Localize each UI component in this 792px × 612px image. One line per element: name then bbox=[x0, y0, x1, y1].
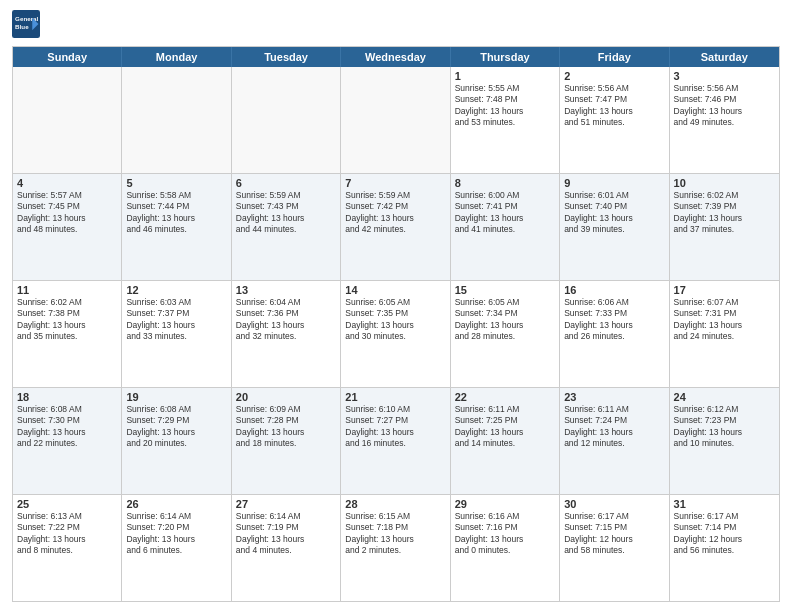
day-info: Sunrise: 6:11 AM Sunset: 7:24 PM Dayligh… bbox=[564, 404, 664, 450]
day-number: 24 bbox=[674, 391, 775, 403]
calendar-day-14: 14Sunrise: 6:05 AM Sunset: 7:35 PM Dayli… bbox=[341, 281, 450, 387]
day-info: Sunrise: 5:55 AM Sunset: 7:48 PM Dayligh… bbox=[455, 83, 555, 129]
day-number: 1 bbox=[455, 70, 555, 82]
calendar-row-2: 11Sunrise: 6:02 AM Sunset: 7:38 PM Dayli… bbox=[13, 280, 779, 387]
page-header: General Blue bbox=[12, 10, 780, 38]
day-number: 27 bbox=[236, 498, 336, 510]
calendar-row-4: 25Sunrise: 6:13 AM Sunset: 7:22 PM Dayli… bbox=[13, 494, 779, 601]
calendar-day-10: 10Sunrise: 6:02 AM Sunset: 7:39 PM Dayli… bbox=[670, 174, 779, 280]
day-info: Sunrise: 6:08 AM Sunset: 7:29 PM Dayligh… bbox=[126, 404, 226, 450]
day-info: Sunrise: 6:13 AM Sunset: 7:22 PM Dayligh… bbox=[17, 511, 117, 557]
calendar-day-2: 2Sunrise: 5:56 AM Sunset: 7:47 PM Daylig… bbox=[560, 67, 669, 173]
logo-icon: General Blue bbox=[12, 10, 40, 38]
day-info: Sunrise: 6:10 AM Sunset: 7:27 PM Dayligh… bbox=[345, 404, 445, 450]
day-info: Sunrise: 5:59 AM Sunset: 7:43 PM Dayligh… bbox=[236, 190, 336, 236]
logo: General Blue bbox=[12, 10, 44, 38]
day-info: Sunrise: 6:04 AM Sunset: 7:36 PM Dayligh… bbox=[236, 297, 336, 343]
day-number: 17 bbox=[674, 284, 775, 296]
header-day-wednesday: Wednesday bbox=[341, 47, 450, 67]
day-number: 9 bbox=[564, 177, 664, 189]
day-info: Sunrise: 6:05 AM Sunset: 7:34 PM Dayligh… bbox=[455, 297, 555, 343]
day-info: Sunrise: 5:58 AM Sunset: 7:44 PM Dayligh… bbox=[126, 190, 226, 236]
day-info: Sunrise: 6:03 AM Sunset: 7:37 PM Dayligh… bbox=[126, 297, 226, 343]
day-number: 26 bbox=[126, 498, 226, 510]
calendar-day-9: 9Sunrise: 6:01 AM Sunset: 7:40 PM Daylig… bbox=[560, 174, 669, 280]
day-number: 14 bbox=[345, 284, 445, 296]
header-day-saturday: Saturday bbox=[670, 47, 779, 67]
calendar-day-29: 29Sunrise: 6:16 AM Sunset: 7:16 PM Dayli… bbox=[451, 495, 560, 601]
header-day-tuesday: Tuesday bbox=[232, 47, 341, 67]
day-number: 15 bbox=[455, 284, 555, 296]
day-info: Sunrise: 6:05 AM Sunset: 7:35 PM Dayligh… bbox=[345, 297, 445, 343]
day-info: Sunrise: 5:56 AM Sunset: 7:47 PM Dayligh… bbox=[564, 83, 664, 129]
calendar-day-13: 13Sunrise: 6:04 AM Sunset: 7:36 PM Dayli… bbox=[232, 281, 341, 387]
header-day-monday: Monday bbox=[122, 47, 231, 67]
calendar-day-5: 5Sunrise: 5:58 AM Sunset: 7:44 PM Daylig… bbox=[122, 174, 231, 280]
calendar-day-22: 22Sunrise: 6:11 AM Sunset: 7:25 PM Dayli… bbox=[451, 388, 560, 494]
day-info: Sunrise: 5:56 AM Sunset: 7:46 PM Dayligh… bbox=[674, 83, 775, 129]
day-number: 7 bbox=[345, 177, 445, 189]
calendar-day-16: 16Sunrise: 6:06 AM Sunset: 7:33 PM Dayli… bbox=[560, 281, 669, 387]
calendar-cell-empty-0-2 bbox=[232, 67, 341, 173]
calendar-day-31: 31Sunrise: 6:17 AM Sunset: 7:14 PM Dayli… bbox=[670, 495, 779, 601]
header-day-friday: Friday bbox=[560, 47, 669, 67]
calendar-day-15: 15Sunrise: 6:05 AM Sunset: 7:34 PM Dayli… bbox=[451, 281, 560, 387]
calendar-header: SundayMondayTuesdayWednesdayThursdayFrid… bbox=[13, 47, 779, 67]
day-number: 3 bbox=[674, 70, 775, 82]
day-number: 23 bbox=[564, 391, 664, 403]
calendar-day-30: 30Sunrise: 6:17 AM Sunset: 7:15 PM Dayli… bbox=[560, 495, 669, 601]
calendar-day-18: 18Sunrise: 6:08 AM Sunset: 7:30 PM Dayli… bbox=[13, 388, 122, 494]
day-number: 13 bbox=[236, 284, 336, 296]
day-number: 20 bbox=[236, 391, 336, 403]
calendar-body: 1Sunrise: 5:55 AM Sunset: 7:48 PM Daylig… bbox=[13, 67, 779, 601]
day-info: Sunrise: 6:17 AM Sunset: 7:15 PM Dayligh… bbox=[564, 511, 664, 557]
day-info: Sunrise: 6:01 AM Sunset: 7:40 PM Dayligh… bbox=[564, 190, 664, 236]
day-info: Sunrise: 6:11 AM Sunset: 7:25 PM Dayligh… bbox=[455, 404, 555, 450]
calendar-day-4: 4Sunrise: 5:57 AM Sunset: 7:45 PM Daylig… bbox=[13, 174, 122, 280]
day-number: 11 bbox=[17, 284, 117, 296]
day-info: Sunrise: 6:16 AM Sunset: 7:16 PM Dayligh… bbox=[455, 511, 555, 557]
day-info: Sunrise: 5:59 AM Sunset: 7:42 PM Dayligh… bbox=[345, 190, 445, 236]
day-info: Sunrise: 5:57 AM Sunset: 7:45 PM Dayligh… bbox=[17, 190, 117, 236]
day-info: Sunrise: 6:00 AM Sunset: 7:41 PM Dayligh… bbox=[455, 190, 555, 236]
day-number: 8 bbox=[455, 177, 555, 189]
day-info: Sunrise: 6:14 AM Sunset: 7:20 PM Dayligh… bbox=[126, 511, 226, 557]
day-info: Sunrise: 6:06 AM Sunset: 7:33 PM Dayligh… bbox=[564, 297, 664, 343]
calendar-day-6: 6Sunrise: 5:59 AM Sunset: 7:43 PM Daylig… bbox=[232, 174, 341, 280]
calendar-day-20: 20Sunrise: 6:09 AM Sunset: 7:28 PM Dayli… bbox=[232, 388, 341, 494]
day-number: 19 bbox=[126, 391, 226, 403]
day-info: Sunrise: 6:08 AM Sunset: 7:30 PM Dayligh… bbox=[17, 404, 117, 450]
day-number: 5 bbox=[126, 177, 226, 189]
header-day-thursday: Thursday bbox=[451, 47, 560, 67]
day-number: 10 bbox=[674, 177, 775, 189]
calendar-row-3: 18Sunrise: 6:08 AM Sunset: 7:30 PM Dayli… bbox=[13, 387, 779, 494]
calendar-cell-empty-0-3 bbox=[341, 67, 450, 173]
day-number: 28 bbox=[345, 498, 445, 510]
calendar-row-0: 1Sunrise: 5:55 AM Sunset: 7:48 PM Daylig… bbox=[13, 67, 779, 173]
calendar-day-8: 8Sunrise: 6:00 AM Sunset: 7:41 PM Daylig… bbox=[451, 174, 560, 280]
calendar-day-19: 19Sunrise: 6:08 AM Sunset: 7:29 PM Dayli… bbox=[122, 388, 231, 494]
day-info: Sunrise: 6:12 AM Sunset: 7:23 PM Dayligh… bbox=[674, 404, 775, 450]
calendar-row-1: 4Sunrise: 5:57 AM Sunset: 7:45 PM Daylig… bbox=[13, 173, 779, 280]
calendar-day-27: 27Sunrise: 6:14 AM Sunset: 7:19 PM Dayli… bbox=[232, 495, 341, 601]
day-info: Sunrise: 6:07 AM Sunset: 7:31 PM Dayligh… bbox=[674, 297, 775, 343]
calendar-day-17: 17Sunrise: 6:07 AM Sunset: 7:31 PM Dayli… bbox=[670, 281, 779, 387]
day-info: Sunrise: 6:02 AM Sunset: 7:38 PM Dayligh… bbox=[17, 297, 117, 343]
day-number: 16 bbox=[564, 284, 664, 296]
day-number: 4 bbox=[17, 177, 117, 189]
day-number: 25 bbox=[17, 498, 117, 510]
day-number: 21 bbox=[345, 391, 445, 403]
calendar-day-12: 12Sunrise: 6:03 AM Sunset: 7:37 PM Dayli… bbox=[122, 281, 231, 387]
calendar-day-26: 26Sunrise: 6:14 AM Sunset: 7:20 PM Dayli… bbox=[122, 495, 231, 601]
calendar-day-28: 28Sunrise: 6:15 AM Sunset: 7:18 PM Dayli… bbox=[341, 495, 450, 601]
calendar-cell-empty-0-1 bbox=[122, 67, 231, 173]
day-number: 12 bbox=[126, 284, 226, 296]
header-day-sunday: Sunday bbox=[13, 47, 122, 67]
calendar: SundayMondayTuesdayWednesdayThursdayFrid… bbox=[12, 46, 780, 602]
calendar-day-24: 24Sunrise: 6:12 AM Sunset: 7:23 PM Dayli… bbox=[670, 388, 779, 494]
calendar-day-25: 25Sunrise: 6:13 AM Sunset: 7:22 PM Dayli… bbox=[13, 495, 122, 601]
day-info: Sunrise: 6:02 AM Sunset: 7:39 PM Dayligh… bbox=[674, 190, 775, 236]
calendar-day-23: 23Sunrise: 6:11 AM Sunset: 7:24 PM Dayli… bbox=[560, 388, 669, 494]
calendar-day-11: 11Sunrise: 6:02 AM Sunset: 7:38 PM Dayli… bbox=[13, 281, 122, 387]
calendar-day-7: 7Sunrise: 5:59 AM Sunset: 7:42 PM Daylig… bbox=[341, 174, 450, 280]
